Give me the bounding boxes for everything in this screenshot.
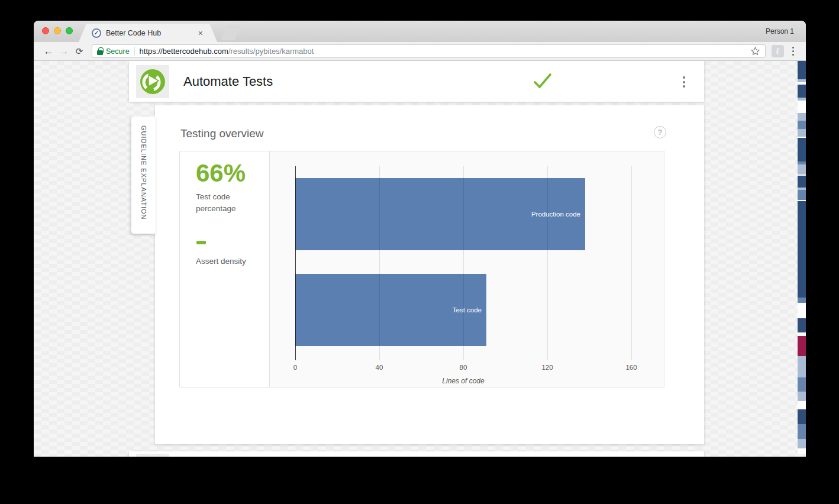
- edge-strip-block: [798, 101, 806, 113]
- x-tick-label: 80: [450, 364, 476, 371]
- gridline: [379, 166, 380, 360]
- guideline-header-card: Automate Tests: [129, 61, 704, 102]
- page-title: Automate Tests: [183, 74, 273, 89]
- browser-tab[interactable]: ✓ Better Code Hub ×: [79, 24, 217, 42]
- secure-lock-icon: [97, 47, 103, 55]
- edge-strip-block: [798, 356, 806, 377]
- edge-strip-block: [798, 129, 806, 137]
- guideline-passed-check-icon: [531, 71, 554, 91]
- next-guideline-card: [129, 451, 704, 457]
- x-tick-label: 40: [366, 364, 392, 371]
- edge-strip-block: [798, 190, 806, 200]
- chart-bar: Test code: [295, 274, 486, 346]
- edge-strip-block: [798, 176, 806, 188]
- tab-close-icon[interactable]: ×: [197, 28, 204, 38]
- results-edge-strip: [798, 61, 806, 457]
- guideline-explanation-tab[interactable]: GUIDELINE EXPLANATION: [131, 117, 156, 234]
- site-favicon-icon: ✓: [92, 28, 101, 38]
- url-text[interactable]: https://bettercodehub.com/results/pybite…: [140, 47, 314, 56]
- guideline-menu-icon[interactable]: [680, 74, 688, 90]
- browser-toolbar: ← → ⟳ Secure https://bettercodehub.com/r…: [34, 42, 806, 61]
- edge-strip-block: [798, 392, 806, 401]
- x-tick-label: 160: [618, 364, 644, 371]
- test-code-percentage-label: Test code percentage: [196, 191, 269, 215]
- url-path: /results/pybites/karmabot: [228, 47, 314, 56]
- reload-icon[interactable]: ⟳: [72, 46, 87, 57]
- edge-strip-block: [798, 164, 806, 175]
- edge-strip-block: [798, 424, 806, 439]
- x-tick-label: 120: [534, 364, 560, 371]
- edge-strip-block: [798, 401, 806, 409]
- edge-strip-block: [798, 409, 806, 424]
- help-icon[interactable]: ?: [654, 126, 666, 138]
- lines-of-code-chart: Production codeTest code04080120160Lines…: [270, 151, 664, 387]
- forward-icon: →: [56, 46, 72, 57]
- gridline: [547, 166, 548, 360]
- edge-strip-block: [798, 61, 806, 79]
- edge-strip-block: [798, 303, 806, 318]
- back-icon[interactable]: ←: [41, 46, 56, 57]
- automate-tests-icon: [139, 68, 166, 95]
- x-axis-label: Lines of code: [295, 377, 631, 385]
- address-bar[interactable]: Secure https://bettercodehub.com/results…: [92, 44, 766, 58]
- edge-strip-block: [798, 201, 806, 298]
- gridline: [463, 166, 464, 360]
- x-tick-label: 0: [282, 364, 308, 371]
- assert-density-label: Assert density: [196, 257, 246, 266]
- browser-window: ✓ Better Code Hub × Person 1 ← → ⟳ Secur…: [34, 21, 806, 457]
- edge-strip-block: [798, 448, 806, 454]
- section-title: Testing overview: [180, 127, 263, 140]
- edge-strip-block: [798, 138, 806, 161]
- tab-title: Better Code Hub: [106, 29, 197, 37]
- gridline: [631, 166, 632, 360]
- edge-strip-block: [798, 121, 806, 129]
- edge-strip-block: [798, 377, 806, 392]
- browser-menu-icon[interactable]: [788, 44, 799, 59]
- edge-strip-block: [798, 439, 806, 448]
- window-close-button[interactable]: [42, 27, 49, 34]
- guideline-explanation-label: GUIDELINE EXPLANATION: [140, 125, 147, 234]
- extension-icon[interactable]: ℓ: [772, 45, 784, 57]
- bookmark-star-icon[interactable]: [750, 46, 760, 56]
- tab-strip: ✓ Better Code Hub × Person 1: [34, 21, 806, 42]
- test-code-percentage-value: 66%: [196, 159, 246, 188]
- edge-strip-block: [798, 85, 806, 98]
- chart-bar: Production code: [295, 178, 585, 250]
- bar-label: Test code: [453, 306, 482, 314]
- guideline-icon-box: [136, 65, 169, 98]
- page-content: Automate Tests GUIDELINE EXPLANATION Tes…: [34, 61, 806, 457]
- new-tab-button[interactable]: [221, 25, 241, 40]
- edge-strip-block: [798, 318, 806, 332]
- assert-density-value: [196, 241, 206, 244]
- profile-name[interactable]: Person 1: [766, 27, 794, 35]
- bar-label: Production code: [531, 211, 580, 218]
- testing-overview-panel: 66% Test code percentage Assert density …: [179, 151, 664, 387]
- window-zoom-button[interactable]: [66, 27, 73, 34]
- stats-panel: 66% Test code percentage Assert density: [180, 151, 270, 387]
- omnibox-divider: [134, 47, 135, 56]
- url-domain: https://bettercodehub.com: [140, 47, 228, 56]
- chart-plot-area: Production codeTest code04080120160Lines…: [295, 166, 665, 360]
- testing-overview-card: Testing overview ? 66% Test code percent…: [155, 105, 704, 444]
- window-minimize-button[interactable]: [54, 27, 61, 34]
- edge-strip-block: [798, 113, 806, 121]
- edge-strip-block: [798, 336, 806, 356]
- axis-zero-line: [295, 166, 296, 360]
- secure-label[interactable]: Secure: [106, 47, 130, 56]
- next-guideline-icon-box: [136, 454, 169, 457]
- edge-strip-block: [798, 298, 806, 303]
